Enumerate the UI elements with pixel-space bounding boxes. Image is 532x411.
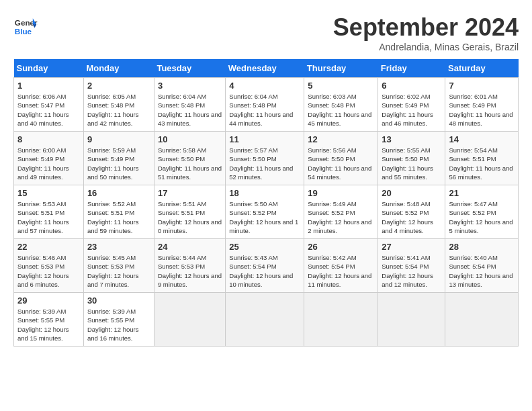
- day-info: Sunrise: 6:05 AM Sunset: 5:48 PM Dayligh…: [87, 92, 150, 128]
- day-number: 4: [229, 81, 300, 91]
- day-info: Sunrise: 6:06 AM Sunset: 5:47 PM Dayligh…: [17, 92, 80, 128]
- day-number: 24: [158, 242, 222, 252]
- day-number: 28: [449, 242, 515, 252]
- day-info: Sunrise: 5:40 AM Sunset: 5:54 PM Dayligh…: [449, 253, 515, 289]
- day-number: 22: [17, 242, 80, 252]
- day-info: Sunrise: 5:51 AM Sunset: 5:51 PM Dayligh…: [158, 199, 222, 235]
- day-number: 11: [229, 134, 300, 144]
- calendar-week-row: 29 Sunrise: 5:39 AM Sunset: 5:55 PM Dayl…: [14, 293, 519, 347]
- logo: General Blue: [13, 13, 38, 38]
- day-info: Sunrise: 5:48 AM Sunset: 5:52 PM Dayligh…: [382, 199, 441, 235]
- day-number: 7: [449, 81, 515, 91]
- table-row: 12 Sunrise: 5:56 AM Sunset: 5:50 PM Dayl…: [304, 132, 378, 185]
- day-info: Sunrise: 5:46 AM Sunset: 5:53 PM Dayligh…: [17, 253, 80, 289]
- table-row: 24 Sunrise: 5:44 AM Sunset: 5:53 PM Dayl…: [154, 239, 225, 293]
- day-info: Sunrise: 5:41 AM Sunset: 5:54 PM Dayligh…: [382, 253, 441, 289]
- month-title: September 2024: [333, 13, 519, 42]
- subtitle: Andrelandia, Minas Gerais, Brazil: [333, 42, 519, 52]
- table-row: 25 Sunrise: 5:43 AM Sunset: 5:54 PM Dayl…: [226, 239, 304, 293]
- table-row: [445, 293, 519, 347]
- day-number: 8: [17, 134, 80, 144]
- day-number: 5: [308, 81, 374, 91]
- day-info: Sunrise: 5:56 AM Sunset: 5:50 PM Dayligh…: [308, 146, 374, 181]
- day-number: 10: [158, 134, 222, 144]
- table-row: 11 Sunrise: 5:57 AM Sunset: 5:50 PM Dayl…: [226, 132, 304, 185]
- table-row: 13 Sunrise: 5:55 AM Sunset: 5:50 PM Dayl…: [378, 132, 445, 185]
- table-row: [226, 293, 304, 347]
- day-number: 15: [17, 188, 80, 198]
- day-info: Sunrise: 5:55 AM Sunset: 5:50 PM Dayligh…: [382, 146, 441, 181]
- day-info: Sunrise: 6:00 AM Sunset: 5:49 PM Dayligh…: [17, 146, 80, 181]
- day-info: Sunrise: 5:43 AM Sunset: 5:54 PM Dayligh…: [229, 253, 300, 289]
- day-number: 3: [158, 81, 222, 91]
- table-row: 3 Sunrise: 6:04 AM Sunset: 5:48 PM Dayli…: [154, 78, 225, 132]
- day-number: 1: [17, 81, 80, 91]
- calendar-table: Sunday Monday Tuesday Wednesday Thursday…: [13, 59, 519, 347]
- day-info: Sunrise: 5:49 AM Sunset: 5:52 PM Dayligh…: [308, 199, 374, 235]
- day-number: 19: [308, 188, 374, 198]
- days-header-row: Sunday Monday Tuesday Wednesday Thursday…: [14, 59, 519, 78]
- table-row: 16 Sunrise: 5:52 AM Sunset: 5:51 PM Dayl…: [83, 185, 154, 239]
- day-info: Sunrise: 5:42 AM Sunset: 5:54 PM Dayligh…: [308, 253, 374, 289]
- day-number: 12: [308, 134, 374, 144]
- table-row: 9 Sunrise: 5:59 AM Sunset: 5:49 PM Dayli…: [83, 132, 154, 185]
- table-row: 5 Sunrise: 6:03 AM Sunset: 5:48 PM Dayli…: [304, 78, 378, 132]
- title-area: September 2024 Andrelandia, Minas Gerais…: [333, 13, 519, 52]
- day-number: 30: [87, 295, 150, 306]
- day-number: 21: [449, 188, 515, 198]
- table-row: 28 Sunrise: 5:40 AM Sunset: 5:54 PM Dayl…: [445, 239, 519, 293]
- day-info: Sunrise: 5:50 AM Sunset: 5:52 PM Dayligh…: [229, 199, 300, 235]
- table-row: 10 Sunrise: 5:58 AM Sunset: 5:50 PM Dayl…: [154, 132, 225, 185]
- day-number: 6: [382, 81, 441, 91]
- table-row: 30 Sunrise: 5:39 AM Sunset: 5:55 PM Dayl…: [83, 293, 154, 347]
- day-number: 14: [449, 134, 515, 144]
- day-info: Sunrise: 5:44 AM Sunset: 5:53 PM Dayligh…: [158, 253, 222, 289]
- table-row: 19 Sunrise: 5:49 AM Sunset: 5:52 PM Dayl…: [304, 185, 378, 239]
- day-info: Sunrise: 6:01 AM Sunset: 5:49 PM Dayligh…: [449, 92, 515, 128]
- day-info: Sunrise: 6:03 AM Sunset: 5:48 PM Dayligh…: [308, 92, 374, 128]
- table-row: 29 Sunrise: 5:39 AM Sunset: 5:55 PM Dayl…: [14, 293, 84, 347]
- header-monday: Monday: [83, 59, 154, 78]
- header-friday: Friday: [378, 59, 445, 78]
- table-row: 8 Sunrise: 6:00 AM Sunset: 5:49 PM Dayli…: [14, 132, 84, 185]
- table-row: 17 Sunrise: 5:51 AM Sunset: 5:51 PM Dayl…: [154, 185, 225, 239]
- table-row: [154, 293, 225, 347]
- table-row: 23 Sunrise: 5:45 AM Sunset: 5:53 PM Dayl…: [83, 239, 154, 293]
- table-row: 15 Sunrise: 5:53 AM Sunset: 5:51 PM Dayl…: [14, 185, 84, 239]
- day-info: Sunrise: 5:39 AM Sunset: 5:55 PM Dayligh…: [17, 307, 80, 342]
- header-thursday: Thursday: [304, 59, 378, 78]
- day-info: Sunrise: 5:53 AM Sunset: 5:51 PM Dayligh…: [17, 199, 80, 235]
- calendar-week-row: 1 Sunrise: 6:06 AM Sunset: 5:47 PM Dayli…: [14, 78, 519, 132]
- calendar-week-row: 15 Sunrise: 5:53 AM Sunset: 5:51 PM Dayl…: [14, 185, 519, 239]
- day-number: 27: [382, 242, 441, 252]
- day-number: 18: [229, 188, 300, 198]
- calendar-week-row: 22 Sunrise: 5:46 AM Sunset: 5:53 PM Dayl…: [14, 239, 519, 293]
- day-info: Sunrise: 5:47 AM Sunset: 5:52 PM Dayligh…: [449, 199, 515, 235]
- day-number: 17: [158, 188, 222, 198]
- day-number: 13: [382, 134, 441, 144]
- day-info: Sunrise: 6:04 AM Sunset: 5:48 PM Dayligh…: [158, 92, 222, 128]
- day-info: Sunrise: 5:57 AM Sunset: 5:50 PM Dayligh…: [229, 146, 300, 181]
- day-info: Sunrise: 5:58 AM Sunset: 5:50 PM Dayligh…: [158, 146, 222, 181]
- table-row: 26 Sunrise: 5:42 AM Sunset: 5:54 PM Dayl…: [304, 239, 378, 293]
- day-info: Sunrise: 6:02 AM Sunset: 5:49 PM Dayligh…: [382, 92, 441, 128]
- day-info: Sunrise: 5:59 AM Sunset: 5:49 PM Dayligh…: [87, 146, 150, 181]
- table-row: 14 Sunrise: 5:54 AM Sunset: 5:51 PM Dayl…: [445, 132, 519, 185]
- table-row: [304, 293, 378, 347]
- day-info: Sunrise: 5:54 AM Sunset: 5:51 PM Dayligh…: [449, 146, 515, 181]
- table-row: 4 Sunrise: 6:04 AM Sunset: 5:48 PM Dayli…: [226, 78, 304, 132]
- table-row: [378, 293, 445, 347]
- day-number: 26: [308, 242, 374, 252]
- day-number: 20: [382, 188, 441, 198]
- day-info: Sunrise: 5:39 AM Sunset: 5:55 PM Dayligh…: [87, 307, 150, 342]
- table-row: 21 Sunrise: 5:47 AM Sunset: 5:52 PM Dayl…: [445, 185, 519, 239]
- table-row: 18 Sunrise: 5:50 AM Sunset: 5:52 PM Dayl…: [226, 185, 304, 239]
- table-row: 1 Sunrise: 6:06 AM Sunset: 5:47 PM Dayli…: [14, 78, 84, 132]
- header-sunday: Sunday: [14, 59, 84, 78]
- table-row: 27 Sunrise: 5:41 AM Sunset: 5:54 PM Dayl…: [378, 239, 445, 293]
- day-number: 16: [87, 188, 150, 198]
- day-info: Sunrise: 5:45 AM Sunset: 5:53 PM Dayligh…: [87, 253, 150, 289]
- logo-icon: General Blue: [13, 13, 38, 38]
- header-wednesday: Wednesday: [226, 59, 304, 78]
- day-info: Sunrise: 6:04 AM Sunset: 5:48 PM Dayligh…: [229, 92, 300, 128]
